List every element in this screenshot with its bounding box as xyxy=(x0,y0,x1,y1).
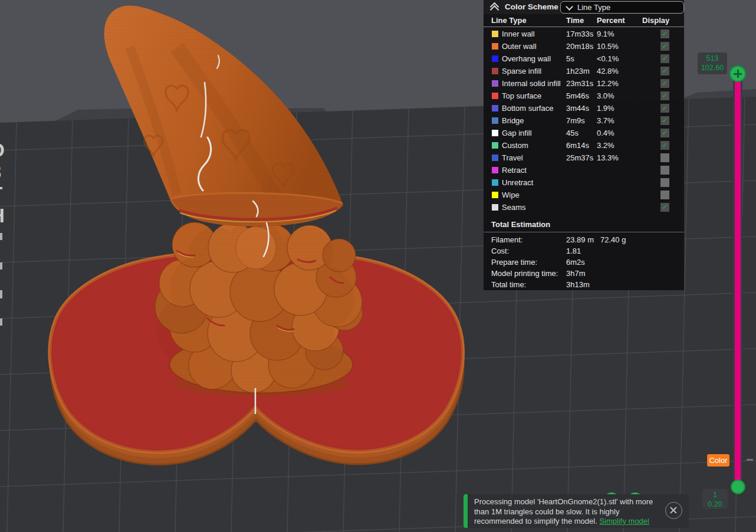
color-scheme-dropdown[interactable]: Line Type xyxy=(560,1,684,14)
simplify-model-link[interactable]: Simplify model xyxy=(599,517,649,526)
display-checkbox[interactable] xyxy=(660,191,669,199)
estimation-value: 23.89 m xyxy=(566,235,594,244)
line-type-color-swatch xyxy=(492,93,498,99)
line-type-label: Bridge xyxy=(502,116,524,125)
line-type-label: Wipe xyxy=(502,191,520,199)
table-row: Outer wall 20m18s 10.5% ✓ xyxy=(484,40,684,52)
line-type-percent: <0.1% xyxy=(597,54,619,63)
panel-topbar: Color Scheme Line Type xyxy=(484,0,684,14)
estimation-label: Cost: xyxy=(491,247,509,255)
line-type-color-swatch xyxy=(492,68,498,74)
line-type-percent: 3.2% xyxy=(597,141,614,150)
estimation-label: Model printing time: xyxy=(491,269,558,278)
line-type-time: 25m37s xyxy=(566,153,593,162)
display-checkbox[interactable]: ✓ xyxy=(660,141,669,150)
estimation-row: Filament: 23.89 m 72.40 g xyxy=(484,234,684,245)
line-type-percent: 9.1% xyxy=(597,29,614,38)
divider xyxy=(484,232,684,232)
top-layer-number: 513 xyxy=(698,54,727,63)
table-row: Top surface 5m46s 3.0% ✓ xyxy=(484,90,684,102)
line-type-label: Sparse infill xyxy=(502,67,541,75)
plate-edge-glyph: D xyxy=(0,139,11,161)
toast-accent-bar xyxy=(464,494,468,528)
color-scheme-panel: Color Scheme Line Type Line Type Time Pe… xyxy=(484,0,684,290)
estimation-value: 1.81 xyxy=(566,247,581,255)
display-checkbox[interactable] xyxy=(660,153,669,162)
line-type-percent: 13.3% xyxy=(597,153,619,162)
table-row: Internal solid infill 23m31s 12.2% ✓ xyxy=(484,77,684,90)
line-type-color-swatch xyxy=(492,130,498,136)
header-time: Time xyxy=(566,16,584,25)
line-type-label: Internal solid infill xyxy=(502,79,561,88)
line-type-color-swatch xyxy=(492,167,498,173)
line-type-time: 3m44s xyxy=(566,104,589,113)
line-type-time: 17m33s xyxy=(566,29,593,38)
line-type-time: 6m14s xyxy=(566,141,589,150)
color-change-marker[interactable]: Color xyxy=(707,454,729,467)
top-layer-height: 102.60 xyxy=(698,63,727,73)
table-header: Line Type Time Percent Display xyxy=(484,14,684,27)
display-checkbox[interactable]: ✓ xyxy=(660,42,669,51)
display-checkbox[interactable]: ✓ xyxy=(660,116,669,125)
plate-edge-lettering: D 3 T H xyxy=(0,139,11,226)
line-type-color-swatch xyxy=(492,105,498,111)
estimation-value: 6m2s xyxy=(566,258,585,267)
table-row: Unretract xyxy=(484,176,684,189)
line-type-color-swatch xyxy=(492,43,498,50)
estimation-row: Cost: 1.81 xyxy=(484,245,684,256)
layer-slider-bottom-handle[interactable] xyxy=(731,480,745,494)
display-checkbox[interactable]: ✓ xyxy=(660,29,669,38)
table-row: Sparse infill 1h23m 42.8% ✓ xyxy=(484,65,684,77)
line-type-label: Outer wall xyxy=(502,42,537,51)
one-layer-toggle-dash[interactable] xyxy=(747,459,753,461)
line-type-label: Unretract xyxy=(502,178,533,187)
plate-edge-glyph: H xyxy=(0,205,11,226)
plate-edge-glyph: 3 xyxy=(0,161,11,183)
processing-toast: Processing model 'HeartOnGnome2(1).stl' … xyxy=(464,494,689,528)
collapse-panel-button[interactable] xyxy=(490,2,499,12)
display-checkbox[interactable]: ✓ xyxy=(660,104,669,113)
table-row: Custom 6m14s 3.2% ✓ xyxy=(484,139,684,152)
line-type-color-swatch xyxy=(492,179,498,186)
estimation-value: 3h7m xyxy=(566,269,586,278)
table-row: Wipe xyxy=(484,189,684,201)
display-checkbox[interactable]: ✓ xyxy=(660,91,669,100)
header-line-type: Line Type xyxy=(491,16,527,25)
display-checkbox[interactable] xyxy=(660,178,669,187)
display-checkbox[interactable] xyxy=(660,166,669,175)
line-type-label: Custom xyxy=(502,141,528,150)
layer-slider-range[interactable] xyxy=(735,72,741,482)
table-row: Travel 25m37s 13.3% xyxy=(484,152,684,164)
line-type-percent: 0.4% xyxy=(597,129,614,137)
header-percent: Percent xyxy=(597,16,625,25)
estimation-label: Total time: xyxy=(491,280,526,289)
estimation-row: Prepare time: 6m2s xyxy=(484,256,684,267)
line-type-time: 5s xyxy=(566,54,574,63)
line-type-label: Overhang wall xyxy=(502,54,551,63)
line-type-time: 20m18s xyxy=(566,42,593,51)
line-type-time: 1h23m xyxy=(566,67,590,75)
display-checkbox[interactable]: ✓ xyxy=(660,129,669,137)
toast-close-button[interactable] xyxy=(665,502,682,519)
panel-title: Color Scheme xyxy=(505,2,558,11)
table-row: Bottom surface 3m44s 1.9% ✓ xyxy=(484,102,684,114)
display-checkbox[interactable]: ✓ xyxy=(660,79,669,88)
line-type-label: Gap infill xyxy=(502,129,532,137)
plate-edge-fragment xyxy=(0,262,2,270)
table-row: Seams ✓ xyxy=(484,201,684,214)
display-checkbox[interactable]: ✓ xyxy=(660,203,669,212)
estimation-value-2: 72.40 g xyxy=(600,235,626,244)
layer-slider-top-handle[interactable] xyxy=(729,65,746,82)
top-layer-badge: 513 102.60 xyxy=(698,52,727,74)
line-type-percent: 1.9% xyxy=(597,104,614,113)
line-type-percent: 3.0% xyxy=(597,91,614,100)
line-type-label: Travel xyxy=(502,153,523,162)
line-type-percent: 12.2% xyxy=(597,79,619,88)
table-row: Retract xyxy=(484,164,684,176)
chevron-down-icon xyxy=(566,3,573,11)
line-type-label: Retract xyxy=(502,166,527,175)
display-checkbox[interactable]: ✓ xyxy=(660,67,669,75)
display-checkbox[interactable]: ✓ xyxy=(660,54,669,63)
line-type-color-swatch xyxy=(492,142,498,149)
line-type-percent: 42.8% xyxy=(597,67,619,75)
